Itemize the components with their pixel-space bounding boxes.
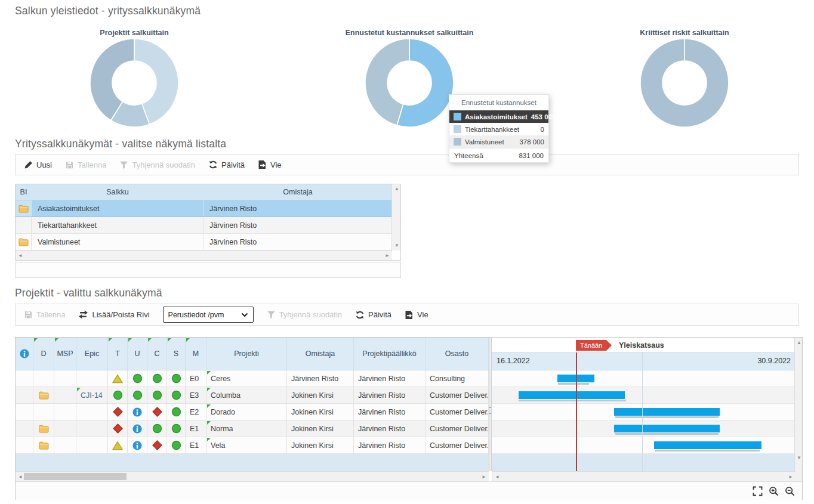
document-cell: [33, 404, 54, 420]
save-button[interactable]: Tallenna: [65, 160, 106, 169]
owner-cell: Jokinen Kirsi: [287, 387, 354, 403]
bi-cell: [16, 234, 32, 250]
column-header-s[interactable]: S: [167, 338, 186, 370]
status-u-cell: [128, 404, 147, 420]
column-header-m[interactable]: M: [186, 338, 206, 370]
clear-filter-button[interactable]: Tyhjennä suodatin: [119, 160, 195, 169]
portfolio-table-header: BI Salkku Omistaja: [16, 184, 400, 200]
scroll-up-icon[interactable]: ▲: [394, 187, 399, 191]
portfolio-row[interactable]: ValmistuneetJärvinen Risto: [16, 234, 400, 251]
edited-marker-icon: [77, 388, 81, 391]
clear-filter-label: Tyhjennä suodatin: [132, 160, 195, 169]
gantt-row: [492, 370, 796, 387]
column-header-c[interactable]: C: [147, 338, 167, 370]
chevron-down-icon: [241, 313, 248, 317]
donut-segment[interactable]: [640, 39, 729, 127]
edited-marker-icon: [186, 338, 190, 342]
owner-cell: Järvinen Risto: [287, 370, 354, 386]
column-header-projektipäällikkö[interactable]: Projektipäällikkö: [354, 338, 426, 370]
column-header-d[interactable]: D: [33, 338, 54, 370]
scroll-right-icon[interactable]: ►: [385, 253, 390, 258]
gantt-view-label[interactable]: Yleiskatsaus: [619, 341, 664, 350]
gantt-vertical-scrollbar[interactable]: ▲ ▼: [794, 338, 802, 481]
view-select[interactable]: Perustiedot /pvm: [163, 307, 254, 323]
export-button[interactable]: Vie: [405, 310, 428, 320]
scroll-down-icon[interactable]: ▼: [394, 243, 399, 248]
scrollbar-thumb[interactable]: [24, 473, 127, 480]
milestone-cell: E0: [186, 370, 206, 386]
column-header-bi[interactable]: BI: [16, 184, 32, 200]
column-header-t[interactable]: T: [108, 338, 128, 370]
column-header-epic[interactable]: Epic: [76, 338, 108, 370]
column-header-u[interactable]: U: [128, 338, 147, 370]
scroll-right-icon[interactable]: ►: [482, 475, 486, 480]
grid-horizontal-scrollbar[interactable]: ◄ ►: [16, 471, 489, 481]
donut-chart-risks[interactable]: [640, 38, 729, 128]
status-c-cell: [147, 404, 167, 420]
zoom-out-button[interactable]: [785, 486, 795, 496]
donut-chart-costs[interactable]: [365, 38, 454, 128]
scroll-right-icon[interactable]: ►: [788, 475, 793, 480]
refresh-button-label: Päivitä: [221, 160, 245, 169]
gantt-top-header: Tänään Yleiskatsaus: [492, 338, 796, 353]
scroll-left-icon[interactable]: ◄: [18, 475, 23, 480]
vertical-scrollbar[interactable]: ▲ ▼: [391, 184, 400, 251]
portfolio-row[interactable]: AsiakastoimituksetJärvinen Risto: [16, 200, 400, 217]
gantt-bar[interactable]: [519, 391, 625, 399]
export-button[interactable]: Vie: [258, 160, 282, 169]
save-button[interactable]: Tallenna: [24, 310, 65, 319]
scroll-up-icon[interactable]: ▲: [797, 341, 801, 345]
gantt-baseline-bar: [655, 450, 760, 452]
epic-cell: CJI-14: [76, 387, 108, 403]
tooltip-row: Tiekarttahankkeet0: [449, 123, 548, 135]
refresh-button-label: Päivitä: [368, 310, 391, 319]
clear-filter-button[interactable]: Tyhjennä suodatin: [267, 310, 343, 319]
department-cell: Customer Deliver.: [426, 420, 489, 437]
status-t-cell: [108, 420, 128, 437]
column-header-osasto[interactable]: Osasto: [426, 338, 489, 370]
epic-cell: [76, 420, 108, 437]
status-s-cell: [167, 370, 186, 386]
chart-title-projects: Projektit salkuittain: [45, 29, 224, 37]
scroll-down-icon[interactable]: ▼: [797, 456, 801, 460]
scroll-left-icon[interactable]: ◄: [495, 475, 500, 480]
add-remove-row-button[interactable]: Lisää/Poista Rivi: [78, 310, 149, 319]
column-header-projekti[interactable]: Projekti: [206, 338, 287, 370]
gantt-bar[interactable]: [614, 408, 720, 416]
status-green-circle-icon: [171, 440, 181, 450]
gantt-row: [492, 404, 796, 420]
project-row[interactable]: E1VelaJokinen KirsiJärvinen RistoCustome…: [16, 437, 489, 454]
portfolio-row[interactable]: TiekarttahankkeetJärvinen Risto: [16, 217, 400, 234]
new-button[interactable]: Uusi: [24, 160, 52, 169]
msp-cell: [54, 387, 76, 403]
status-t-cell: [108, 370, 128, 386]
fullscreen-button[interactable]: [753, 486, 763, 496]
horizontal-scrollbar[interactable]: ◄ ►: [16, 251, 392, 260]
donut-chart-projects[interactable]: [90, 38, 179, 128]
column-header-omistaja[interactable]: Omistaja: [287, 338, 354, 370]
legend-swatch-icon: [454, 113, 461, 120]
msp-cell: [54, 420, 76, 437]
project-row[interactable]: E2DoradoJokinen KirsiJärvinen RistoCusto…: [16, 404, 489, 420]
gantt-horizontal-scrollbar[interactable]: ◄ ►: [492, 471, 796, 481]
refresh-button[interactable]: Päivitä: [355, 310, 391, 320]
scroll-left-icon[interactable]: ◄: [18, 253, 23, 258]
portfolio-table-body: AsiakastoimituksetJärvinen RistoTiekartt…: [16, 200, 400, 251]
refresh-button[interactable]: Päivitä: [208, 160, 245, 169]
portfolio-owner-cell: Järvinen Risto: [204, 234, 383, 250]
gantt-bar[interactable]: [654, 441, 761, 449]
project-row[interactable]: E1NormaJokinen KirsiJärvinen RistoCustom…: [16, 420, 489, 437]
column-header-msp[interactable]: MSP: [54, 338, 76, 370]
portfolio-toolbar: Uusi Tallenna Tyhjennä suodatin Päivitä …: [15, 154, 799, 175]
column-header-salkku[interactable]: Salkku: [32, 184, 204, 200]
gantt-baseline-bar: [615, 433, 719, 435]
column-header-omistaja[interactable]: Omistaja: [204, 184, 392, 200]
document-cell: [33, 437, 54, 453]
column-header-info[interactable]: [16, 338, 33, 370]
project-row[interactable]: E0CeresJärvinen RistoJärvinen RistoConsu…: [16, 370, 489, 387]
project-row[interactable]: CJI-14E3ColumbaJokinen KirsiJärvinen Ris…: [16, 387, 489, 404]
funnel-icon: [119, 160, 128, 169]
gantt-bar[interactable]: [614, 425, 720, 432]
zoom-in-button[interactable]: [769, 486, 779, 496]
status-s-cell: [167, 420, 186, 437]
